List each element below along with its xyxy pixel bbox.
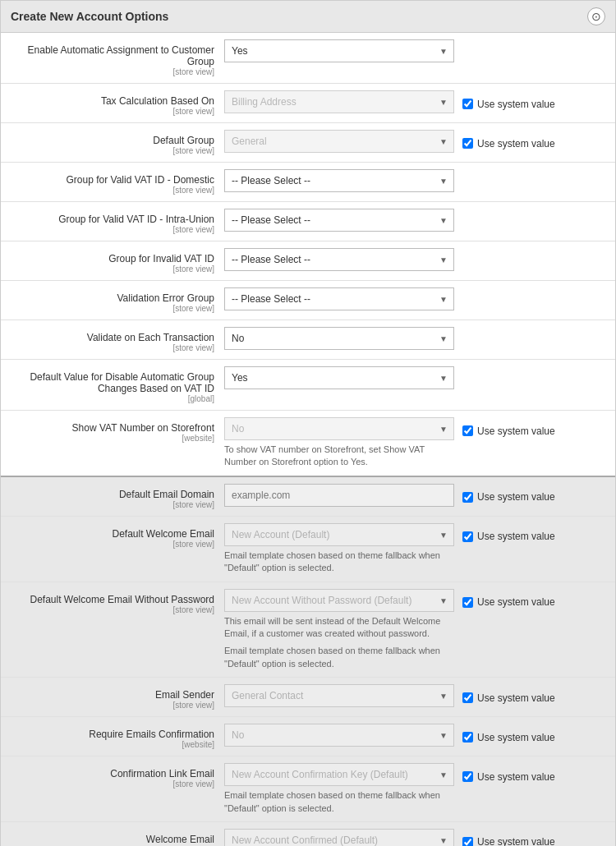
- system-value-show-vat-storefront: Use system value: [462, 421, 555, 437]
- control-validate-each-transaction: No Yes ▼: [224, 327, 605, 350]
- select-enable-auto-assign[interactable]: Yes No: [224, 39, 454, 62]
- form-row-confirmation-link-email: Confirmation Link Email [store view] New…: [1, 756, 615, 822]
- select-welcome-email-no-password[interactable]: New Account Without Password (Default): [224, 589, 454, 612]
- select-default-welcome-email[interactable]: New Account (Default): [224, 523, 454, 546]
- label-valid-vat-intra: Group for Valid VAT ID - Intra-Union [st…: [11, 209, 224, 234]
- form-row-validation-error-group: Validation Error Group [store view] -- P…: [1, 281, 615, 320]
- select-wrapper-enable-auto-assign: Yes No ▼: [224, 39, 454, 62]
- label-default-welcome-email: Default Welcome Email [store view]: [11, 523, 224, 549]
- label-confirmation-link-email: Confirmation Link Email [store view]: [11, 763, 224, 789]
- label-default-email-domain: Default Email Domain [store view]: [11, 484, 224, 509]
- form-row-show-vat-storefront: Show VAT Number on Storefront [website] …: [1, 411, 615, 476]
- email-section: Default Email Domain [store view] Use sy…: [1, 476, 615, 846]
- form-row-welcome-email: Welcome Email [store view] New Account C…: [1, 822, 615, 846]
- system-value-default-email-domain: Use system value: [462, 487, 555, 503]
- control-welcome-email-no-password: New Account Without Password (Default) ▼…: [224, 589, 605, 671]
- select-wrapper-welcome-email: New Account Confirmed (Default) ▼: [224, 829, 454, 846]
- select-tax-calc[interactable]: Billing Address: [224, 90, 454, 113]
- select-show-vat-storefront[interactable]: No: [224, 417, 454, 440]
- select-wrapper-default-disable-auto-group: Yes No ▼: [224, 366, 454, 389]
- control-require-emails-confirmation: No ▼ Use system value: [224, 724, 605, 747]
- select-wrapper-validate-each-transaction: No Yes ▼: [224, 327, 454, 350]
- control-valid-vat-intra: -- Please Select -- ▼: [224, 209, 605, 232]
- label-show-vat-storefront: Show VAT Number on Storefront [website]: [11, 417, 224, 443]
- label-welcome-email-no-password: Default Welcome Email Without Password […: [11, 589, 224, 614]
- control-default-welcome-email: New Account (Default) ▼ Use system value…: [224, 523, 605, 575]
- collapse-button[interactable]: ⊙: [587, 7, 605, 25]
- hint-welcome-email-no-password-1: This email will be sent instead of the D…: [224, 615, 454, 641]
- select-wrapper-default-group: General ▼: [224, 130, 454, 153]
- panel-title: Create New Account Options: [11, 10, 168, 23]
- control-validation-error-group: -- Please Select -- ▼: [224, 287, 605, 310]
- label-email-sender: Email Sender [store view]: [11, 684, 224, 710]
- control-default-disable-auto-group: Yes No ▼: [224, 366, 605, 389]
- control-default-email-domain: Use system value: [224, 484, 605, 507]
- select-require-emails-confirmation[interactable]: No: [224, 724, 454, 747]
- input-default-email-domain[interactable]: [224, 484, 454, 507]
- select-wrapper-valid-vat-intra: -- Please Select -- ▼: [224, 209, 454, 232]
- label-require-emails-confirmation: Require Emails Confirmation [website]: [11, 724, 224, 749]
- system-value-default-welcome-email: Use system value: [462, 526, 555, 542]
- system-value-checkbox-welcome-email[interactable]: [462, 531, 473, 542]
- select-welcome-email[interactable]: New Account Confirmed (Default): [224, 829, 454, 846]
- system-value-require-emails-confirmation: Use system value: [462, 728, 555, 743]
- system-value-checkbox-confirmation-link-email[interactable]: [462, 771, 473, 782]
- select-default-disable-auto-group[interactable]: Yes No: [224, 366, 454, 389]
- select-validate-each-transaction[interactable]: No Yes: [224, 327, 454, 350]
- form-row-tax-calc: Tax Calculation Based On [store view] Bi…: [1, 84, 615, 123]
- label-welcome-email: Welcome Email [store view]: [11, 829, 224, 846]
- system-value-checkbox-welcome-email-confirmed[interactable]: [462, 837, 473, 846]
- select-default-group[interactable]: General: [224, 130, 454, 153]
- label-invalid-vat: Group for Invalid VAT ID [store view]: [11, 248, 224, 274]
- form-row-default-group: Default Group [store view] General ▼ Use…: [1, 123, 615, 163]
- system-value-checkbox-show-vat-storefront[interactable]: [462, 425, 473, 436]
- select-wrapper-confirmation-link-email: New Account Confirmation Key (Default) ▼: [224, 763, 454, 786]
- select-wrapper-valid-vat-domestic: -- Please Select -- ▼: [224, 169, 454, 192]
- select-wrapper-show-vat-storefront: No ▼: [224, 417, 454, 440]
- system-value-checkbox-email-domain[interactable]: [462, 492, 473, 503]
- system-value-checkbox-tax-calc[interactable]: [462, 99, 473, 109]
- select-confirmation-link-email[interactable]: New Account Confirmation Key (Default): [224, 763, 454, 786]
- control-valid-vat-domestic: -- Please Select -- ▼: [224, 169, 605, 192]
- system-value-checkbox-default-group[interactable]: [462, 138, 473, 149]
- label-valid-vat-domestic: Group for Valid VAT ID - Domestic [store…: [11, 169, 224, 195]
- select-wrapper-require-emails-confirmation: No ▼: [224, 724, 454, 747]
- select-valid-vat-domestic[interactable]: -- Please Select --: [224, 169, 454, 192]
- hint-welcome-email-no-password-2: Email template chosen based on theme fal…: [224, 645, 454, 670]
- system-value-default-group: Use system value: [462, 134, 555, 149]
- create-new-account-options-panel: Create New Account Options ⊙ Enable Auto…: [0, 0, 616, 846]
- select-wrapper-email-sender: General Contact ▼: [224, 684, 454, 707]
- vat-section: Enable Automatic Assignment to Customer …: [1, 33, 615, 476]
- label-validate-each-transaction: Validate on Each Transaction [store view…: [11, 327, 224, 352]
- system-value-checkbox-email-sender[interactable]: [462, 692, 473, 703]
- panel-header: Create New Account Options ⊙: [1, 1, 615, 33]
- system-value-checkbox-require-emails-confirmation[interactable]: [462, 732, 473, 743]
- select-wrapper-validation-error-group: -- Please Select -- ▼: [224, 287, 454, 310]
- form-row-valid-vat-intra: Group for Valid VAT ID - Intra-Union [st…: [1, 202, 615, 241]
- label-enable-auto-assign: Enable Automatic Assignment to Customer …: [11, 39, 224, 76]
- control-tax-calc: Billing Address ▼ Use system value: [224, 90, 605, 113]
- control-confirmation-link-email: New Account Confirmation Key (Default) ▼…: [224, 763, 605, 815]
- select-wrapper-invalid-vat: -- Please Select -- ▼: [224, 248, 454, 271]
- form-row-email-sender: Email Sender [store view] General Contac…: [1, 678, 615, 717]
- system-value-confirmation-link-email: Use system value: [462, 767, 555, 783]
- form-row-default-disable-auto-group: Default Value for Disable Automatic Grou…: [1, 360, 615, 411]
- form-row-validate-each-transaction: Validate on Each Transaction [store view…: [1, 320, 615, 360]
- form-row-invalid-vat: Group for Invalid VAT ID [store view] --…: [1, 241, 615, 281]
- select-wrapper-default-welcome-email: New Account (Default) ▼: [224, 523, 454, 546]
- hint-show-vat-storefront: To show VAT number on Storefront, set Sh…: [224, 444, 454, 469]
- select-valid-vat-intra[interactable]: -- Please Select --: [224, 209, 454, 232]
- system-value-checkbox-welcome-email-no-password[interactable]: [462, 597, 473, 608]
- select-email-sender[interactable]: General Contact: [224, 684, 454, 707]
- label-validation-error-group: Validation Error Group [store view]: [11, 287, 224, 313]
- select-validation-error-group[interactable]: -- Please Select --: [224, 287, 454, 310]
- form-row-require-emails-confirmation: Require Emails Confirmation [website] No…: [1, 717, 615, 756]
- control-enable-auto-assign: Yes No ▼: [224, 39, 605, 62]
- form-row-welcome-email-no-password: Default Welcome Email Without Password […: [1, 582, 615, 678]
- form-row-default-email-domain: Default Email Domain [store view] Use sy…: [1, 477, 615, 517]
- select-invalid-vat[interactable]: -- Please Select --: [224, 248, 454, 271]
- control-invalid-vat: -- Please Select -- ▼: [224, 248, 605, 271]
- control-default-group: General ▼ Use system value: [224, 130, 605, 153]
- system-value-tax-calc: Use system value: [462, 94, 555, 110]
- hint-default-welcome-email: Email template chosen based on theme fal…: [224, 549, 454, 575]
